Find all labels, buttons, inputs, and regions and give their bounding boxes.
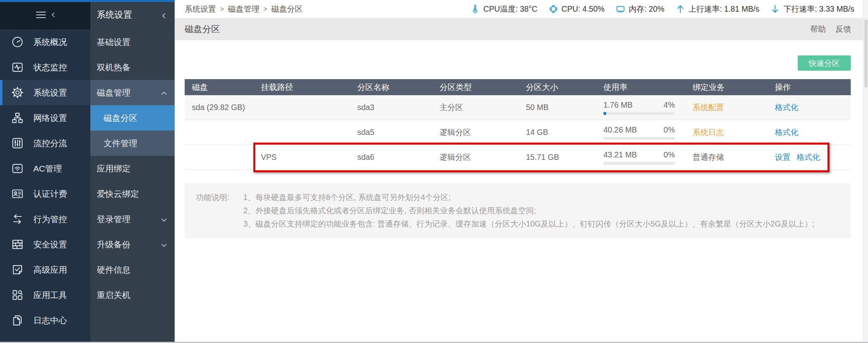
secondary-sidebar: 系统设置 基础设置 双机热备 磁盘管理 磁盘分区 文件管理 应用绑定 爱快云绑定… xyxy=(90,0,175,343)
stat-cpu: CPU: 4.50% xyxy=(548,4,605,14)
sliders-icon xyxy=(11,137,24,150)
submenu-item-app-binding[interactable]: 应用绑定 xyxy=(90,156,175,181)
cell-business: 普通存储 xyxy=(685,152,768,163)
col-header-disk: 磁盘 xyxy=(185,82,254,93)
usage-percent: 4% xyxy=(664,100,675,110)
col-header-partition-name: 分区名称 xyxy=(350,82,432,93)
breadcrumb-disk-management[interactable]: 磁盘管理 xyxy=(228,4,259,14)
chevron-down-icon xyxy=(161,241,167,248)
sidebar-item-advanced-apps[interactable]: 高级应用 xyxy=(0,257,90,282)
primary-sidebar: 系统概况 状态监控 系统设置 网络设置 流控分流 AC管理 xyxy=(0,0,90,343)
menu-collapse-toggle[interactable] xyxy=(0,0,90,29)
chevron-left-icon xyxy=(51,12,56,18)
breadcrumb-system-settings[interactable]: 系统设置 xyxy=(185,4,216,14)
sidebar-item-app-tools[interactable]: 应用工具 xyxy=(0,282,90,308)
submenu-item-ha-backup[interactable]: 双机热备 xyxy=(90,55,175,80)
cell-name: sda3 xyxy=(350,103,432,112)
sidebar-item-network-settings[interactable]: 网络设置 xyxy=(0,105,90,131)
copy-pages-icon xyxy=(11,314,24,327)
sidebar-item-log-center[interactable]: 日志中心 xyxy=(0,308,90,333)
table-header-row: 磁盘 挂载路径 分区名称 分区类型 分区大小 使用率 绑定业务 操作 xyxy=(185,79,851,95)
stat-download-rate: 下行速率: 3.33 MB/s xyxy=(770,4,854,14)
submenu-item-upgrade-backup[interactable]: 升级备份 xyxy=(90,232,175,257)
system-stats: CPU温度: 38°C CPU: 4.50% 内存: 20% 上行速率: 1.8… xyxy=(470,4,854,14)
quick-partition-button[interactable]: 快速分区 xyxy=(798,55,851,71)
note-line: 3、磁盘分区支持绑定的功能业务包含: 普通存储、行为记录、缓存加速（分区大小10… xyxy=(243,217,814,231)
wifi-router-icon xyxy=(11,162,24,175)
cell-usage: 1.76 MB 4% xyxy=(596,100,685,115)
submenu-item-disk-partition[interactable]: 磁盘分区 xyxy=(90,105,175,131)
sidebar-item-label: 日志中心 xyxy=(33,315,67,326)
hamburger-icon xyxy=(35,9,47,21)
feedback-link[interactable]: 反馈 xyxy=(835,24,851,35)
submenu-item-login-management[interactable]: 登录管理 xyxy=(90,206,175,232)
top-accent-strip xyxy=(0,0,175,2)
col-header-mount-path: 挂载路径 xyxy=(254,82,350,93)
memory-icon xyxy=(615,4,626,14)
sidebar-item-flow-control[interactable]: 流控分流 xyxy=(0,131,90,156)
sidebar-item-label: 行为管控 xyxy=(33,214,67,225)
table-row: sda (29.82 GB) sda3 主分区 50 MB 1.76 MB 4% xyxy=(185,95,851,120)
cell-disk: sda (29.82 GB) xyxy=(185,103,254,112)
sidebar-item-label: 流控分流 xyxy=(33,138,67,149)
usage-bar xyxy=(603,112,675,115)
cell-type: 主分区 xyxy=(432,102,519,113)
submenu-item-file-management[interactable]: 文件管理 xyxy=(90,131,175,156)
submenu-item-reboot-shutdown[interactable]: 重启关机 xyxy=(90,282,175,308)
sidebar-item-label: AC管理 xyxy=(33,163,62,174)
sidebar-item-ac-management[interactable]: AC管理 xyxy=(0,156,90,181)
stat-upload-rate: 上行速率: 1.81 MB/s xyxy=(675,4,760,14)
cell-usage: 43.21 MB 0% xyxy=(596,150,685,165)
sidebar-item-label: 高级应用 xyxy=(33,264,67,276)
submenu-item-ikuai-cloud[interactable]: 爱快云绑定 xyxy=(90,181,175,206)
breadcrumb-disk-partition[interactable]: 磁盘分区 xyxy=(271,4,303,14)
network-icon xyxy=(11,111,24,125)
submenu-item-disk-management[interactable]: 磁盘管理 xyxy=(90,80,175,105)
submenu-item-hardware-info[interactable]: 硬件信息 xyxy=(90,257,175,282)
sidebar-item-label: 认证计费 xyxy=(33,188,67,200)
gauge-icon xyxy=(11,35,24,49)
cell-name: sda5 xyxy=(350,128,432,137)
chevron-down-icon xyxy=(161,216,167,223)
sidebar-item-behavior-control[interactable]: 行为管控 xyxy=(0,206,90,232)
format-link[interactable]: 格式化 xyxy=(775,103,799,112)
usage-value: 43.21 MB xyxy=(603,150,637,159)
thermometer-icon xyxy=(470,4,480,14)
submenu-item-basic-settings[interactable]: 基础设置 xyxy=(90,29,175,55)
usage-bar xyxy=(603,137,675,140)
sidebar-item-security-settings[interactable]: 安全设置 xyxy=(0,232,90,257)
stat-memory: 内存: 20% xyxy=(615,4,664,14)
cpu-icon xyxy=(548,4,558,14)
chevron-left-icon[interactable] xyxy=(161,11,167,18)
content-area: 快速分区 磁盘 挂载路径 分区名称 分区类型 分区大小 使用率 绑定业务 操作 … xyxy=(175,40,863,343)
submenu-title: 系统设置 xyxy=(97,9,132,21)
sidebar-item-status-monitor[interactable]: 状态监控 xyxy=(0,55,90,80)
arrow-down-icon xyxy=(770,4,780,14)
sidebar-item-overview[interactable]: 系统概况 xyxy=(0,29,90,55)
grid-wrench-icon xyxy=(11,288,24,302)
usage-value: 1.76 MB xyxy=(603,100,633,110)
settings-link[interactable]: 设置 xyxy=(775,153,791,161)
chevron-up-icon xyxy=(161,89,167,96)
page-title: 磁盘分区 xyxy=(185,23,220,35)
main-area: 系统设置 > 磁盘管理 > 磁盘分区 CPU温度: 38°C CPU: 4.50… xyxy=(175,0,863,343)
arrow-up-icon xyxy=(675,4,685,14)
monitor-pulse-icon xyxy=(11,61,24,74)
col-header-partition-size: 分区大小 xyxy=(519,82,596,93)
sidebar-item-auth-billing[interactable]: 认证计费 xyxy=(0,181,90,206)
brick-wall-icon xyxy=(11,238,24,251)
vertical-scrollbar[interactable] xyxy=(863,0,868,343)
format-link[interactable]: 格式化 xyxy=(797,153,820,161)
col-header-actions: 操作 xyxy=(768,82,851,93)
cell-size: 50 MB xyxy=(519,103,596,112)
scrollbar-thumb[interactable] xyxy=(864,19,868,88)
help-link[interactable]: 帮助 xyxy=(810,24,826,35)
breadcrumb-separator: > xyxy=(220,5,224,13)
partition-table: 磁盘 挂载路径 分区名称 分区类型 分区大小 使用率 绑定业务 操作 sda (… xyxy=(185,79,851,170)
submenu-group-disk-management: 磁盘管理 磁盘分区 文件管理 xyxy=(90,80,175,156)
format-link[interactable]: 格式化 xyxy=(775,128,799,137)
sidebar-item-system-settings[interactable]: 系统设置 xyxy=(0,80,90,105)
cell-actions: 格式化 xyxy=(768,102,851,113)
submenu-header: 系统设置 xyxy=(90,0,175,29)
cell-size: 14 GB xyxy=(519,128,596,137)
